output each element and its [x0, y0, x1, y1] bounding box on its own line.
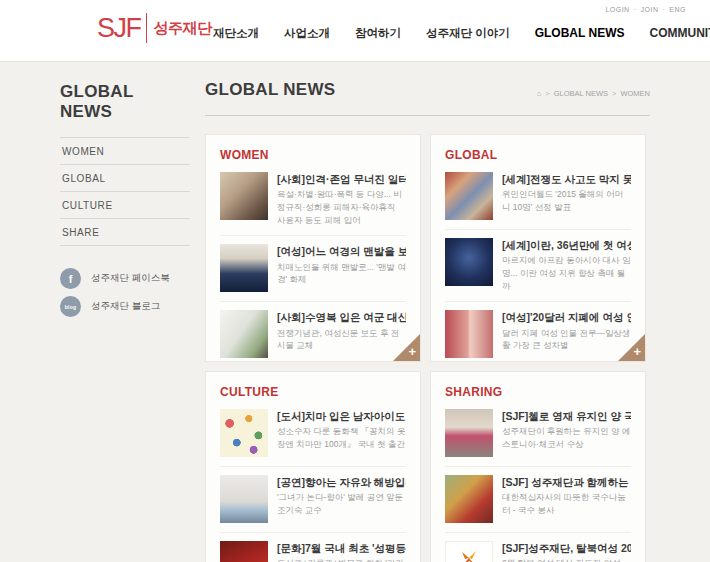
- panel-sharing-title: SHARING: [445, 385, 631, 399]
- login-link[interactable]: LOGIN: [605, 6, 629, 13]
- news-item[interactable]: [도서]치마 입은 남자아이도 괜찮아 성소수자 다룬 동화책 『꽁치의 옷장엔…: [220, 401, 406, 467]
- panel-global: GLOBAL [세계]전쟁도 사고도 막지 못한 어머 위민인더월드 '2015…: [430, 134, 646, 362]
- news-item[interactable]: [여성]'20달러 지폐에 여성 인물을' 캠 달러 지폐 여성 인물 전무—일…: [445, 302, 631, 362]
- news-thumbnail: [220, 409, 268, 457]
- news-thumbnail: [445, 409, 493, 457]
- sidebar-social: f 성주재단 페이스북 blog 성주재단 블로그: [60, 268, 190, 317]
- news-desc: 전쟁기념관, 여성신문 보도 후 전시물 교체: [277, 327, 406, 353]
- breadcrumb-global-news[interactable]: GLOBAL NEWS: [554, 89, 608, 98]
- breadcrumb-separator: >: [545, 89, 549, 98]
- news-title: [세계]전쟁도 사고도 막지 못한 어머: [502, 172, 631, 186]
- blog-link[interactable]: blog 성주재단 블로그: [60, 296, 190, 317]
- news-thumbnail: [445, 310, 493, 358]
- sidebar-menu: WOMEN GLOBAL CULTURE SHARE: [60, 137, 190, 246]
- news-desc: 마르지에 아프캄 동아시아 대사 임명... 이란 여성 지위 향상 촉매 될까: [502, 254, 631, 292]
- nav-foundation-intro[interactable]: 재단소개: [213, 26, 259, 41]
- news-desc: 성소수자 다룬 동화책 『꽁치의 옷장엔 치마만 100개』 국내 첫 출간: [277, 425, 406, 451]
- join-link[interactable]: JOIN: [641, 6, 659, 13]
- plus-icon[interactable]: +: [408, 345, 416, 358]
- news-desc: 위민인더월드 '2015 올해의 어머니 10명' 선정 발표: [502, 188, 631, 214]
- sidebar: GLOBAL NEWS WOMEN GLOBAL CULTURE SHARE f…: [60, 82, 190, 324]
- news-item[interactable]: [SJF] 성주재단과 함께하는 성주그룹 대한적십자사의 따뜻한 국수나눔터 …: [445, 467, 631, 533]
- nav-foundation-story[interactable]: 성주재단 이야기: [426, 26, 510, 41]
- breadcrumb-separator: >: [612, 89, 616, 98]
- news-desc: 치매노인을 위해 맨발로... '맨발 여경' 화제: [277, 261, 406, 287]
- news-item[interactable]: [세계]이란, 36년만에 첫 여성 대사 마르지에 아프캄 동아시아 대사 임…: [445, 230, 631, 302]
- sidebar-item-culture[interactable]: CULTURE: [60, 192, 190, 219]
- sidebar-item-women[interactable]: WOMEN: [60, 138, 190, 165]
- sidebar-item-global[interactable]: GLOBAL: [60, 165, 190, 192]
- sjf-logo[interactable]: SJF 성주재단: [97, 13, 212, 43]
- news-item[interactable]: [여성]어느 여경의 맨발을 보며 치매노인을 위해 맨발로... '맨발 여경…: [220, 236, 406, 302]
- news-desc: 대한적십자사의 따뜻한 국수나눔터 - 국수 봉사: [502, 491, 631, 517]
- blog-label: 성주재단 블로그: [91, 300, 160, 313]
- breadcrumb: ⌂ > GLOBAL NEWS > WOMEN: [537, 89, 650, 100]
- news-thumbnail: [445, 238, 493, 286]
- news-thumbnail: [220, 475, 268, 523]
- logo-divider: [146, 13, 147, 43]
- blog-icon: blog: [60, 296, 81, 317]
- news-title: [공연]향아는 자유와 해방입니다: [277, 475, 406, 489]
- main-nav: 재단소개 사업소개 참여하기 성주재단 이야기 GLOBAL NEWS COMM…: [213, 26, 710, 41]
- news-item[interactable]: WING [SJF]성주재단, 탈북여성 20명에 무 6월 탈북 여성 대상 …: [445, 533, 631, 562]
- nav-community[interactable]: COMMUNITY: [649, 26, 710, 41]
- news-item[interactable]: FEMINIST [문화]7월 국내 최초 '성평등 정책 전 도서관+기록관+…: [220, 533, 406, 562]
- news-desc: 달러 지폐 여성 인물 전무—일상생활 가장 큰 성차별: [502, 327, 631, 353]
- news-thumbnail: [445, 172, 493, 220]
- page-header: GLOBAL NEWS ⌂ > GLOBAL NEWS > WOMEN: [205, 80, 650, 116]
- news-thumbnail: [220, 172, 268, 220]
- news-title: [SJF] 성주재단과 함께하는 성주그룹: [502, 475, 631, 489]
- wing-butterfly-icon: [460, 551, 478, 562]
- panel-women: WOMEN [사회]인격·존엄 무너진 일터로 출근 욕설·차별·왕따·폭력 등…: [205, 134, 421, 362]
- news-title: [여성]'20달러 지폐에 여성 인물을' 캠: [502, 310, 631, 324]
- news-desc: 6월 탈북 여성 대상 지도자 양성 교육 실시: [502, 557, 631, 562]
- panel-sharing: SHARING [SJF]첼로 영재 유지인 양 국제콩쿠르 성주재단이 후원하…: [430, 371, 646, 562]
- panel-global-title: GLOBAL: [445, 148, 631, 162]
- nav-participate[interactable]: 참여하기: [355, 26, 401, 41]
- wing-logo: WING: [445, 541, 493, 562]
- news-title: [여성]어느 여경의 맨발을 보며: [277, 244, 406, 258]
- logo-sjf-text: SJF: [97, 15, 141, 42]
- news-item[interactable]: [공연]향아는 자유와 해방입니다 '그녀가 논다-향아' 발레 공연 앞둔 조…: [220, 467, 406, 533]
- main-content: GLOBAL NEWS ⌂ > GLOBAL NEWS > WOMEN WOME…: [205, 80, 650, 562]
- topbar-separator: ·: [662, 6, 665, 13]
- news-thumbnail: [220, 244, 268, 292]
- facebook-label: 성주재단 페이스북: [91, 272, 170, 285]
- news-desc: '그녀가 논다-향아' 발레 공연 앞둔 조기숙 교수: [277, 491, 406, 517]
- news-desc: 욕설·차별·왕따·폭력 등 다양... 비정규직·성희롱 피해자·육아휴직 사용…: [277, 188, 406, 226]
- news-title: [SJF]첼로 영재 유지인 양 국제콩쿠르: [502, 409, 631, 423]
- news-panels: WOMEN [사회]인격·존엄 무너진 일터로 출근 욕설·차별·왕따·폭력 등…: [205, 134, 650, 562]
- nav-business-intro[interactable]: 사업소개: [284, 26, 330, 41]
- facebook-link[interactable]: f 성주재단 페이스북: [60, 268, 190, 289]
- news-title: [사회]수영복 입은 여군 대신 해병대: [277, 310, 406, 324]
- news-thumbnail: FEMINIST: [220, 541, 268, 562]
- news-thumbnail: [445, 475, 493, 523]
- topbar-separator: ·: [634, 6, 637, 13]
- news-title: [사회]인격·존엄 무너진 일터로 출근: [277, 172, 406, 186]
- news-item[interactable]: [사회]수영복 입은 여군 대신 해병대 전쟁기념관, 여성신문 보도 후 전시…: [220, 302, 406, 362]
- news-thumbnail: [220, 310, 268, 358]
- sidebar-item-share[interactable]: SHARE: [60, 219, 190, 246]
- news-desc: 성주재단이 후원하는 유지인 양 에스토니아·체코서 수상: [502, 425, 631, 451]
- utility-links: LOGIN · JOIN · ENG: [605, 6, 686, 13]
- news-item[interactable]: [SJF]첼로 영재 유지인 양 국제콩쿠르 성주재단이 후원하는 유지인 양 …: [445, 401, 631, 467]
- page-title: GLOBAL NEWS: [205, 80, 336, 100]
- panel-women-title: WOMEN: [220, 148, 406, 162]
- language-link[interactable]: ENG: [669, 6, 686, 13]
- news-title: [도서]치마 입은 남자아이도 괜찮아: [277, 409, 406, 423]
- home-icon[interactable]: ⌂: [537, 89, 542, 98]
- panel-culture: CULTURE [도서]치마 입은 남자아이도 괜찮아 성소수자 다룬 동화책 …: [205, 371, 421, 562]
- news-item[interactable]: [세계]전쟁도 사고도 막지 못한 어머 위민인더월드 '2015 올해의 어머…: [445, 164, 631, 230]
- facebook-icon: f: [60, 268, 81, 289]
- news-desc: 도서관+기록관+박물관 합친 '라키비움' 형태: [277, 557, 406, 562]
- nav-global-news[interactable]: GLOBAL NEWS: [535, 26, 625, 41]
- header: LOGIN · JOIN · ENG SJF 성주재단 재단소개 사업소개 참여…: [0, 0, 710, 62]
- news-item[interactable]: [사회]인격·존엄 무너진 일터로 출근 욕설·차별·왕따·폭력 등 다양...…: [220, 164, 406, 236]
- sidebar-title: GLOBAL NEWS: [60, 82, 190, 122]
- plus-icon[interactable]: +: [633, 345, 641, 358]
- panel-culture-title: CULTURE: [220, 385, 406, 399]
- logo-korean-text: 성주재단: [154, 19, 212, 38]
- breadcrumb-women[interactable]: WOMEN: [620, 89, 650, 98]
- news-title: [문화]7월 국내 최초 '성평등 정책 전: [277, 541, 406, 555]
- news-title: [SJF]성주재단, 탈북여성 20명에 무: [502, 541, 631, 555]
